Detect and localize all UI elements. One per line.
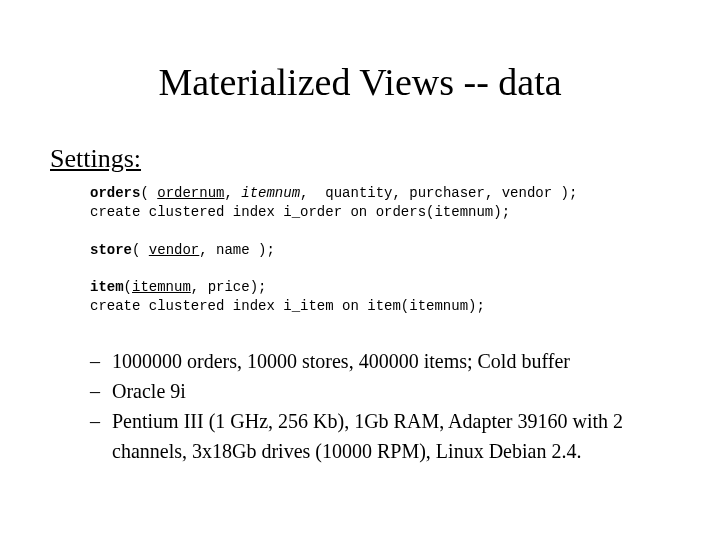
- code-item-index: create clustered index i_item on item(it…: [90, 298, 485, 314]
- code-text: (: [140, 185, 157, 201]
- list-item: – Oracle 9i: [90, 376, 670, 406]
- list-item: – 1000000 orders, 10000 stores, 400000 i…: [90, 346, 670, 376]
- bullet-text: Oracle 9i: [112, 376, 186, 406]
- settings-heading: Settings:: [50, 144, 670, 174]
- code-orders-index: create clustered index i_order on orders…: [90, 204, 510, 220]
- bullet-dash: –: [90, 346, 112, 376]
- code-text: (: [124, 279, 132, 295]
- code-ordernum: ordernum: [157, 185, 224, 201]
- bullet-list: – 1000000 orders, 10000 stores, 400000 i…: [90, 346, 670, 466]
- bullet-dash: –: [90, 406, 112, 466]
- code-text: , quantity, purchaser, vendor );: [300, 185, 577, 201]
- bullet-dash: –: [90, 376, 112, 406]
- list-item: – Pentium III (1 GHz, 256 Kb), 1Gb RAM, …: [90, 406, 670, 466]
- code-item-kw: item: [90, 279, 124, 295]
- code-text: ,: [224, 185, 241, 201]
- code-text: , price);: [191, 279, 267, 295]
- code-vendor: vendor: [149, 242, 199, 258]
- bullet-text: Pentium III (1 GHz, 256 Kb), 1Gb RAM, Ad…: [112, 406, 670, 466]
- code-text: (: [132, 242, 149, 258]
- bullet-text: 1000000 orders, 10000 stores, 400000 ite…: [112, 346, 570, 376]
- code-store-kw: store: [90, 242, 132, 258]
- code-orders-kw: orders: [90, 185, 140, 201]
- code-itemnum: itemnum: [132, 279, 191, 295]
- slide: Materialized Views -- data Settings: ord…: [0, 0, 720, 540]
- slide-title: Materialized Views -- data: [50, 60, 670, 104]
- code-block: orders( ordernum, itemnum, quantity, pur…: [90, 184, 670, 316]
- code-text: , name );: [199, 242, 275, 258]
- code-itemnum-italic: itemnum: [241, 185, 300, 201]
